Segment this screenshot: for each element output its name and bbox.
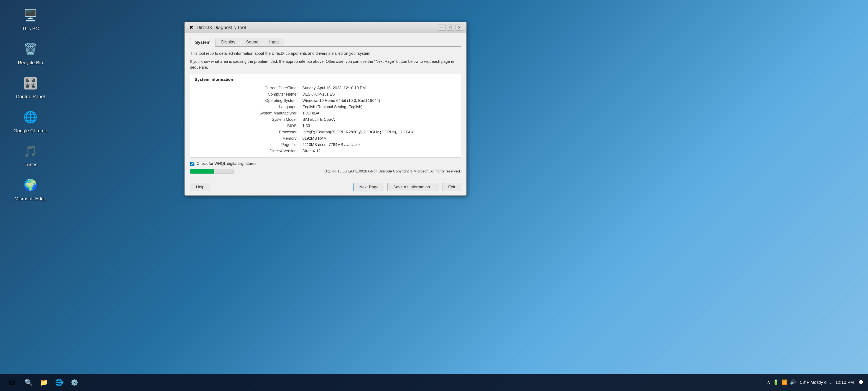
tray-battery-icon: 🔋: [773, 380, 779, 385]
google-chrome-label: Google Chrome: [13, 128, 47, 134]
sys-info-label: BIOS:: [195, 123, 299, 129]
sys-info-row: Page file: 2210MB used, 7784MB available: [195, 142, 456, 148]
progress-area: DxDiag 10.00.19041.0928 64-bit Unicode C…: [190, 169, 461, 174]
sys-info-row: Memory: 8192MB RAM: [195, 135, 456, 142]
sys-info-value: 8192MB RAM: [299, 135, 456, 142]
info-text-2: If you know what area is causing the pro…: [190, 59, 461, 71]
microsoft-edge-label: Microsoft Edge: [14, 196, 46, 202]
sys-info-row: Processor: Intel(R) Celeron(R) CPU N2820…: [195, 129, 456, 135]
this-pc-icon: 🖥️: [22, 6, 39, 24]
sys-info-label: Language:: [195, 104, 299, 110]
sys-info-value: 2210MB used, 7784MB available: [299, 142, 456, 148]
itunes-icon: 🎵: [22, 142, 39, 160]
next-page-button[interactable]: Next Page: [353, 183, 384, 191]
sys-info-value: DirectX 12: [299, 148, 456, 154]
sys-info-value: English (Regional Setting: English): [299, 104, 456, 110]
dialog-footer: Help Next Page Save All Information... E…: [185, 180, 466, 195]
sys-info-row: BIOS: 1.30: [195, 123, 456, 129]
directx-dialog: ✖ DirectX Diagnostic Tool ─ □ ✕ System D…: [184, 22, 467, 196]
desktop-icon-microsoft-edge[interactable]: 🌍 Microsoft Edge: [13, 176, 48, 202]
sys-info-row: System Model: SATELLITE C55-A: [195, 116, 456, 123]
help-button[interactable]: Help: [190, 183, 210, 191]
taskbar-pinned-items: 🔍 📁 🌐 ⚙️: [23, 376, 80, 388]
desktop-icon-google-chrome[interactable]: 🌐 Google Chrome: [13, 109, 48, 134]
minimize-button[interactable]: ─: [438, 25, 446, 31]
itunes-label: iTunes: [23, 162, 37, 168]
sys-info-value: 1.30: [299, 123, 456, 129]
sys-info-value: DESKTOP-1J1IES: [299, 91, 456, 97]
sys-info-value: SATELLITE C55-A: [299, 116, 456, 123]
start-icon: ⊞: [9, 378, 15, 387]
sys-info-row: Operating System: Windows 10 Home 64-bit…: [195, 97, 456, 104]
progress-bar-fill: [190, 169, 214, 173]
tab-system[interactable]: System: [190, 38, 215, 47]
sys-info-value: Sunday, April 16, 2023, 12:10:10 PM: [299, 85, 456, 91]
control-panel-icon: 🎛️: [22, 75, 39, 92]
sys-info-row: DirectX Version: DirectX 12: [195, 148, 456, 154]
save-all-button[interactable]: Save All Information...: [388, 183, 439, 191]
sys-info-label: Processor:: [195, 129, 299, 135]
taskbar-search-icon[interactable]: 🔍: [23, 376, 35, 388]
tray-volume-icon[interactable]: 🔊: [790, 380, 796, 385]
dialog-title: DirectX Diagnostic Tool: [196, 25, 438, 30]
whql-label[interactable]: Check for WHQL digital signatures: [196, 161, 256, 166]
sys-info-title: System Information: [195, 77, 456, 82]
tray-expand-icon[interactable]: ∧: [767, 380, 770, 385]
sys-info-label: System Model:: [195, 116, 299, 123]
tray-network-icon: 📶: [781, 380, 787, 385]
recycle-bin-icon: 🗑️: [22, 40, 39, 58]
clock-time: 12:10 PM: [835, 379, 854, 385]
taskbar-file-explorer-icon[interactable]: 📁: [38, 376, 50, 388]
recycle-bin-label: Recycle Bin: [18, 60, 43, 66]
sys-info-table: Current Date/Time: Sunday, April 16, 202…: [195, 85, 456, 154]
dialog-titlebar: ✖ DirectX Diagnostic Tool ─ □ ✕: [185, 22, 466, 33]
tab-sound[interactable]: Sound: [241, 37, 264, 46]
desktop-icon-this-pc[interactable]: 🖥️ This PC: [13, 6, 48, 32]
desktop-icons-container: 🖥️ This PC 🗑️ Recycle Bin 🎛️ Control Pan…: [13, 6, 48, 202]
dialog-controls: ─ □ ✕: [438, 25, 463, 31]
sys-info-row: Computer Name: DESKTOP-1J1IES: [195, 91, 456, 97]
sys-info-label: Memory:: [195, 135, 299, 142]
sys-info-label: Computer Name:: [195, 91, 299, 97]
google-chrome-icon: 🌐: [22, 109, 39, 126]
sys-info-row: Language: English (Regional Setting: Eng…: [195, 104, 456, 110]
system-tray: ∧ 🔋 📶 🔊: [767, 380, 796, 385]
start-button[interactable]: ⊞: [4, 376, 20, 389]
dialog-body: System Display Sound Input This tool rep…: [185, 33, 466, 178]
tab-bar: System Display Sound Input: [190, 37, 461, 47]
sys-info-label: Operating System:: [195, 97, 299, 104]
system-info-box: System Information Current Date/Time: Su…: [190, 74, 461, 158]
sys-info-value: Intel(R) Celeron(R) CPU N2820 @ 2.13GHz …: [299, 129, 456, 135]
tab-display[interactable]: Display: [216, 37, 241, 46]
close-button[interactable]: ✕: [455, 25, 463, 31]
taskbar-clock: 12:10 PM: [835, 379, 854, 385]
dialog-app-icon: ✖: [188, 24, 194, 31]
whql-checkbox-row: Check for WHQL digital signatures: [190, 161, 461, 166]
notifications-icon[interactable]: 💬: [858, 380, 864, 385]
sys-info-row: System Manufacturer: TOSHIBA: [195, 110, 456, 116]
sys-info-label: System Manufacturer:: [195, 110, 299, 116]
taskbar-settings-icon[interactable]: ⚙️: [68, 376, 80, 388]
desktop: 🖥️ This PC 🗑️ Recycle Bin 🎛️ Control Pan…: [0, 0, 868, 391]
sys-info-value: TOSHIBA: [299, 110, 456, 116]
taskbar-browser-icon[interactable]: 🌐: [53, 376, 65, 388]
sys-info-row: Current Date/Time: Sunday, April 16, 202…: [195, 85, 456, 91]
sys-info-value: Windows 10 Home 64-bit (10.0, Build 1904…: [299, 97, 456, 104]
version-text: DxDiag 10.00.19041.0928 64-bit Unicode C…: [324, 169, 461, 173]
desktop-icon-control-panel[interactable]: 🎛️ Control Panel: [13, 75, 48, 100]
weather-display: 58°F Mostly cl...: [800, 380, 831, 385]
tab-input[interactable]: Input: [264, 37, 284, 46]
desktop-icon-recycle-bin[interactable]: 🗑️ Recycle Bin: [13, 40, 48, 66]
whql-checkbox[interactable]: [190, 162, 194, 166]
sys-info-label: Current Date/Time:: [195, 85, 299, 91]
maximize-button[interactable]: □: [446, 25, 455, 31]
exit-button[interactable]: Exit: [442, 183, 461, 191]
footer-btn-group: Next Page Save All Information... Exit: [353, 183, 461, 191]
desktop-icon-itunes[interactable]: 🎵 iTunes: [13, 142, 48, 168]
info-text-1: This tool reports detailed information a…: [190, 51, 461, 56]
this-pc-label: This PC: [22, 26, 39, 32]
sys-info-label: DirectX Version:: [195, 148, 299, 154]
progress-bar: [190, 169, 234, 174]
taskbar-right-area: ∧ 🔋 📶 🔊 58°F Mostly cl... 12:10 PM 💬: [767, 379, 864, 385]
sys-info-label: Page file:: [195, 142, 299, 148]
